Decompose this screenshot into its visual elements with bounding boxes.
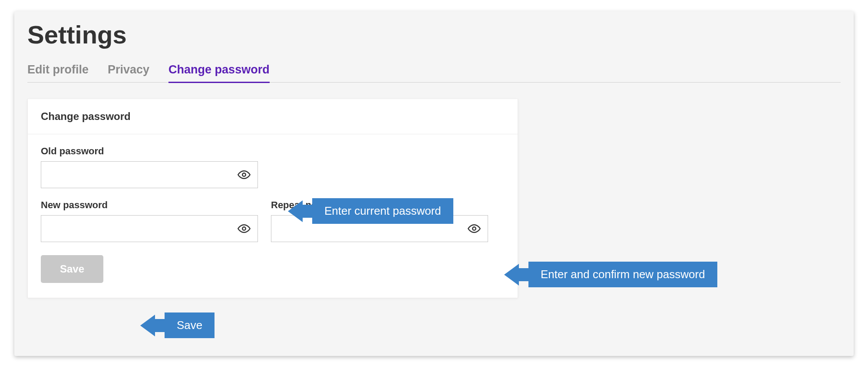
new-password-field: New password bbox=[41, 199, 258, 242]
toggle-visibility-icon[interactable] bbox=[468, 222, 481, 235]
callout-label: Save bbox=[165, 312, 215, 338]
save-button[interactable]: Save bbox=[41, 255, 103, 283]
svg-point-1 bbox=[242, 227, 246, 230]
callout-save: Save bbox=[140, 312, 215, 338]
toggle-visibility-icon[interactable] bbox=[238, 222, 251, 235]
old-password-input[interactable] bbox=[47, 162, 232, 188]
svg-point-2 bbox=[472, 227, 476, 230]
toggle-visibility-icon[interactable] bbox=[238, 168, 251, 181]
old-password-input-wrap bbox=[41, 161, 258, 188]
change-password-card: Change password Old password bbox=[27, 99, 518, 298]
callout-label: Enter and confirm new password bbox=[528, 262, 717, 287]
card-body: Old password bbox=[28, 134, 518, 298]
settings-page: Settings Edit profile Privacy Change pas… bbox=[14, 11, 854, 356]
card-title: Change password bbox=[28, 99, 518, 134]
callout-new-password: Enter and confirm new password bbox=[504, 262, 717, 287]
repeat-password-input-wrap bbox=[271, 215, 488, 242]
new-password-label: New password bbox=[41, 199, 258, 211]
repeat-password-input[interactable] bbox=[277, 216, 462, 242]
old-password-field: Old password bbox=[41, 146, 258, 188]
settings-tabs: Edit profile Privacy Change password bbox=[27, 64, 841, 83]
new-password-input[interactable] bbox=[47, 216, 232, 242]
old-password-label: Old password bbox=[41, 146, 258, 157]
svg-point-0 bbox=[242, 173, 246, 176]
repeat-password-label: Repeat new password bbox=[271, 199, 488, 211]
tab-change-password[interactable]: Change password bbox=[168, 64, 270, 83]
repeat-password-field: Repeat new password bbox=[271, 199, 488, 242]
new-password-input-wrap bbox=[41, 215, 258, 242]
tab-edit-profile[interactable]: Edit profile bbox=[27, 64, 89, 82]
tab-privacy[interactable]: Privacy bbox=[108, 64, 149, 82]
arrow-left-icon bbox=[140, 315, 155, 336]
page-title: Settings bbox=[27, 20, 841, 49]
